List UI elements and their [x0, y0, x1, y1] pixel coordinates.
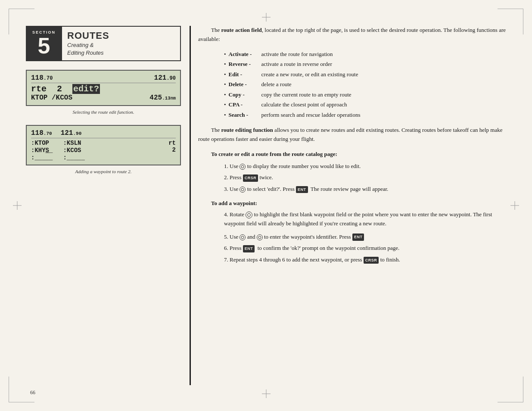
screen1-row3: KTOP /KCOS 425.13nm — [31, 94, 176, 102]
heading2: To add a waypoint: — [198, 200, 506, 207]
knob-icon-1 — [240, 164, 246, 170]
bullet-search-desc: perform search and rescue ladder operati… — [261, 111, 361, 119]
gps-screen-2: 118.70 121.90 :KTOP :KHYS_ :_____ :KSLN … — [26, 125, 181, 165]
bullet-copy-desc: copy the current route to an empty route — [261, 90, 352, 99]
screen2-blank1: :_____ — [31, 154, 53, 161]
bullet-delete-desc: delete a route — [261, 80, 292, 89]
bullet-activate: • Activate - activate the route for navi… — [224, 50, 506, 59]
crosshair-right — [510, 201, 519, 210]
steps-list-2: 4. Rotate to highlight the first blank w… — [224, 210, 506, 265]
gps-screen-1: 118.70 121.90 rte 2 edit? KTOP /KCOS 425… — [26, 70, 181, 106]
bullet-cpa-desc: calculate the closest point of approach — [261, 100, 347, 109]
bullet-edit-desc: create a new route, or edit an existing … — [261, 70, 358, 79]
step4: 4. Rotate to highlight the first blank w… — [224, 210, 506, 228]
screen2-freq2: 121.90 — [61, 129, 82, 137]
knob-icon-4 — [240, 234, 246, 240]
screen1-edit: edit? — [72, 84, 100, 94]
screen1-distance: 425.13nm — [149, 94, 176, 102]
screen2-ktop: :KTOP — [31, 140, 53, 146]
section-header: SECTION 5 ROUTES Creating & Editing Rout… — [26, 26, 181, 61]
section-title: ROUTES — [67, 30, 109, 41]
ent-badge-1: ENT — [296, 186, 308, 193]
intro-paragraph: The route action field, located at the t… — [198, 26, 506, 44]
screen2-khys: :KHYS_ — [31, 147, 53, 154]
screen2-blank2: :_____ — [63, 154, 84, 161]
bullet-copy: • Copy - copy the current route to an em… — [224, 90, 506, 99]
section-title-block: ROUTES Creating & Editing Routes — [61, 27, 115, 60]
screen1-caption: Selecting the route edit function. — [26, 109, 181, 115]
screen1-row2: rte 2 edit? — [31, 84, 176, 94]
screen2-col2: :KSLN :KCOS :_____ — [63, 140, 84, 161]
section-number-block: SECTION 5 — [27, 27, 61, 60]
crosshair-left — [13, 201, 22, 210]
screen2-caption: Adding a waypoint to route 2. — [26, 169, 181, 174]
screen2-right: rt 2 — [168, 140, 176, 153]
screen2-kcos: :KCOS — [63, 147, 84, 154]
step1: 1. Use to display the route number you w… — [224, 162, 506, 171]
bullet-reverse-desc: activate a route in reverse order — [261, 60, 332, 68]
heading1: To create or edit a route from the route… — [198, 151, 506, 158]
crosshair-top — [262, 13, 271, 22]
knob-icon-5 — [257, 234, 263, 240]
crsr-badge-1: CRSR — [243, 174, 258, 181]
left-column: SECTION 5 ROUTES Creating & Editing Rout… — [26, 26, 181, 184]
screen1-row1: 118.70 121.90 — [31, 74, 176, 83]
column-divider — [190, 26, 191, 385]
screen1-route-id: KTOP /KCOS — [31, 94, 72, 102]
bullet-reverse: • Reverse - activate a route in reverse … — [224, 60, 506, 68]
ent-badge-3: ENT — [243, 245, 255, 252]
step3: 3. Use to select 'edit?'. Press ENT The … — [224, 185, 506, 194]
bullet-edit: • Edit - create a new route, or edit an … — [224, 70, 506, 79]
step7: 7. Repeat steps 4 through 6 to add the n… — [224, 255, 506, 265]
screen2-col1: :KTOP :KHYS_ :_____ — [31, 140, 53, 161]
section-number: 5 — [38, 34, 50, 57]
screen1-freq-standby: 121.90 — [154, 74, 176, 82]
screen2-row1: 118.70 121.90 — [31, 129, 176, 138]
knob-icon-2 — [240, 187, 246, 193]
page-number: 66 — [30, 389, 35, 396]
para2: The route editing function allows you to… — [198, 126, 506, 144]
section-subtitle: Creating & Editing Routes — [67, 41, 109, 57]
screen2-ksln: :KSLN — [63, 140, 84, 146]
bullet-cpa: • CPA - calculate the closest point of a… — [224, 100, 506, 109]
bullet-activate-desc: activate the route for navigation — [261, 50, 333, 59]
bullet-search: • Search - perform search and rescue lad… — [224, 111, 506, 119]
step5: 5. Use and to enter the waypoint's ident… — [224, 233, 506, 242]
bullet-list: • Activate - activate the route for navi… — [224, 50, 506, 119]
screen2-freq1: 118.70 — [31, 129, 52, 137]
knob-icon-3 — [246, 212, 252, 218]
crosshair-bottom — [262, 389, 271, 398]
step2: 2. Press CRSR twice. — [224, 173, 506, 182]
ent-badge-2: ENT — [352, 234, 364, 240]
step6: 6. Press ENT to confirm the 'ok?' prompt… — [224, 244, 506, 253]
steps-list-1: 1. Use to display the route number you w… — [224, 162, 506, 194]
screen1-freq-active: 118.70 — [31, 74, 53, 82]
screen1-rte: rte 2 — [31, 84, 72, 94]
bullet-delete: • Delete - delete a route — [224, 80, 506, 89]
crsr-badge-2: CRSR — [364, 257, 379, 264]
right-column: The route action field, located at the t… — [198, 26, 506, 271]
